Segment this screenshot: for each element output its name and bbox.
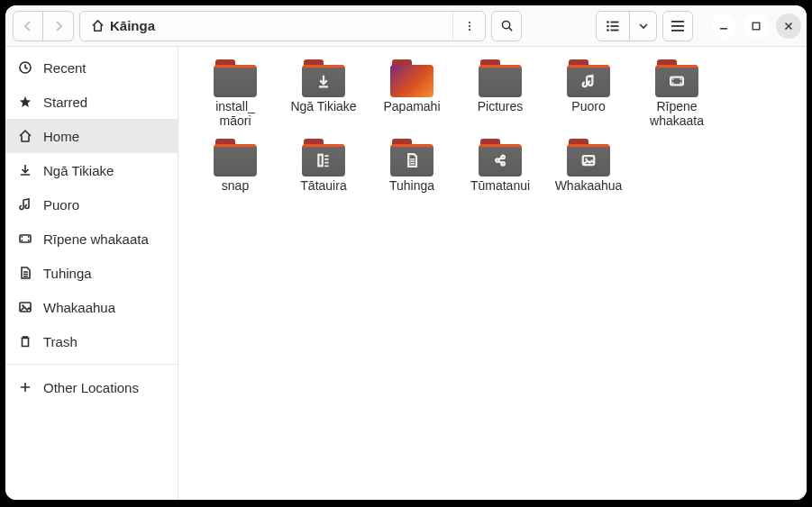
view-switcher: [596, 11, 657, 41]
folder-icon: [302, 59, 345, 97]
document-icon: [18, 266, 32, 280]
svg-rect-12: [671, 25, 684, 27]
sidebar-item-ng-tikiake[interactable]: Ngā Tikiake: [5, 153, 178, 187]
sidebar-item-home[interactable]: Home: [5, 119, 178, 153]
svg-line-4: [508, 28, 511, 31]
svg-rect-10: [611, 29, 619, 31]
folder-label: Papamahi: [383, 99, 440, 113]
folder-icon: [567, 139, 610, 177]
sidebar-item-whakaahua[interactable]: Whakaahua: [5, 290, 178, 324]
icon-grid[interactable]: install_māoriNgā TikiakePapamahiPictures…: [178, 47, 807, 500]
back-button[interactable]: [13, 11, 43, 41]
svg-point-5: [607, 21, 609, 23]
folder-item[interactable]: Whakaahua: [544, 135, 633, 200]
svg-point-19: [21, 240, 23, 241]
image-icon: [567, 144, 610, 177]
search-button[interactable]: [491, 11, 522, 41]
folder-item[interactable]: Puoro: [544, 56, 633, 135]
sidebar-item-label: Whakaahua: [43, 300, 115, 315]
sidebar-item-puoro[interactable]: Puoro: [5, 187, 178, 222]
svg-point-28: [680, 82, 681, 84]
svg-rect-17: [20, 235, 31, 242]
svg-rect-29: [318, 155, 322, 167]
folder-item[interactable]: install_māori: [191, 56, 279, 135]
list-view-button[interactable]: [596, 11, 630, 41]
forward-button[interactable]: [43, 11, 74, 41]
folder-item[interactable]: Tuhinga: [368, 135, 456, 200]
sidebar-item-starred[interactable]: Starred: [5, 85, 178, 119]
close-button[interactable]: [776, 14, 801, 39]
path-menu-button[interactable]: [452, 12, 485, 41]
sidebar-item-label: Ngā Tikiake: [43, 163, 114, 178]
folder-item[interactable]: Pictures: [456, 56, 544, 135]
video-icon: [18, 231, 32, 246]
video-icon: [655, 65, 698, 97]
svg-point-18: [21, 236, 23, 238]
maximize-button[interactable]: [744, 14, 769, 39]
folder-item[interactable]: Ngā Tikiake: [279, 56, 368, 135]
sidebar-other-locations[interactable]: Other Locations: [5, 370, 178, 404]
folder-label: Puoro: [571, 99, 605, 113]
nav-group: [13, 11, 74, 41]
svg-rect-15: [753, 23, 760, 30]
sidebar-item-label: Other Locations: [43, 380, 139, 395]
folder-icon: [214, 139, 257, 177]
image-icon: [18, 300, 32, 314]
titlebar: Kāinga: [5, 5, 807, 47]
svg-rect-11: [671, 21, 684, 23]
folder-icon: [214, 59, 257, 97]
path-bar[interactable]: Kāinga: [79, 11, 486, 41]
clock-icon: [18, 60, 32, 75]
folder-item[interactable]: Tūmatanui: [456, 135, 544, 200]
path-segment-home[interactable]: Kāinga: [80, 12, 166, 41]
folder-label: Whakaahua: [555, 178, 623, 193]
svg-rect-14: [720, 28, 727, 30]
svg-rect-8: [611, 25, 619, 27]
folder-glyph: [390, 65, 433, 97]
folder-item[interactable]: Rīpene whakaata: [633, 56, 721, 135]
folder-icon: [390, 59, 433, 97]
folder-label: Rīpene whakaata: [634, 99, 719, 128]
home-icon: [18, 129, 32, 143]
sidebar-item-label: Trash: [43, 334, 78, 349]
svg-point-7: [607, 24, 609, 27]
svg-point-20: [28, 236, 30, 238]
folder-label: Tātauira: [300, 178, 346, 193]
svg-point-25: [672, 78, 674, 80]
svg-point-0: [468, 21, 470, 23]
folder-icon: [479, 59, 522, 97]
folder-item[interactable]: Tātauira: [279, 135, 368, 200]
sidebar-item-label: Tuhinga: [43, 266, 92, 281]
svg-point-2: [468, 28, 470, 30]
sidebar-item-recent[interactable]: Recent: [5, 50, 178, 85]
folder-icon: [390, 139, 433, 177]
plus-icon: [18, 381, 32, 394]
sidebar-item-trash[interactable]: Trash: [5, 324, 178, 358]
folder-item[interactable]: Papamahi: [368, 56, 456, 135]
folder-item[interactable]: snap: [191, 135, 279, 200]
folder-label: Ngā Tikiake: [290, 99, 356, 113]
folder-icon: [302, 139, 345, 177]
path-label: Kāinga: [110, 18, 155, 33]
folder-icon: [479, 139, 522, 177]
svg-point-1: [468, 24, 470, 26]
minimize-button[interactable]: [711, 14, 736, 39]
sidebar-item-label: Starred: [43, 95, 87, 110]
folder-glyph: [479, 65, 522, 97]
music-icon: [18, 197, 32, 212]
folder-label: snap: [222, 178, 249, 193]
svg-rect-24: [671, 77, 683, 86]
body: RecentStarredHomeNgā TikiakePuoroRīpene …: [5, 47, 807, 500]
music-icon: [567, 65, 610, 97]
sidebar-item-r-pene-whakaata[interactable]: Rīpene whakaata: [5, 222, 178, 256]
sidebar-item-tuhinga[interactable]: Tuhinga: [5, 256, 178, 290]
folder-glyph: [214, 65, 257, 97]
hamburger-menu-button[interactable]: [662, 11, 693, 41]
svg-rect-13: [671, 30, 684, 32]
share-icon: [479, 144, 522, 177]
view-options-button[interactable]: [630, 11, 657, 41]
svg-point-3: [502, 21, 509, 28]
svg-point-21: [28, 240, 30, 241]
svg-point-27: [680, 78, 681, 80]
svg-point-26: [672, 82, 674, 84]
